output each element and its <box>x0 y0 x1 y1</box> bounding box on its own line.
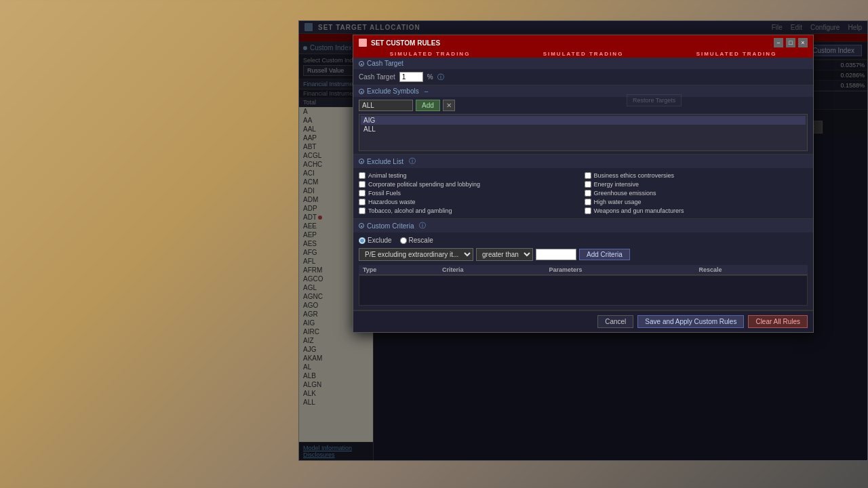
cash-percent: % <box>427 73 433 81</box>
restore-targets-button[interactable]: Restore Targets <box>627 94 682 106</box>
radio-rescale[interactable]: Rescale <box>400 237 433 244</box>
checkbox-energy-intensive[interactable]: Energy intensive <box>585 181 808 188</box>
col-parameters: Parameters <box>545 265 695 275</box>
criteria-empty-area <box>374 275 808 306</box>
exclude-list-header: Exclude List ⓘ <box>374 155 813 168</box>
criteria-value-input[interactable] <box>536 249 576 260</box>
checkbox-corporate-political[interactable]: Corporate political spending and lobbyin… <box>374 181 583 188</box>
criteria-table: Type Criteria Parameters Rescale <box>374 265 808 275</box>
exclude-list-body: Animal testing Business ethics controver… <box>374 168 813 218</box>
exclude-symbols-list: AIG ALL <box>374 114 808 151</box>
clear-all-rules-button[interactable]: Clear All Rules <box>748 315 808 328</box>
custom-rules-modal: SET CUSTOM RULES − □ × SIMULATED TRADING… <box>374 42 814 333</box>
col-type: Type <box>374 265 438 275</box>
modal-title: SET CUSTOM RULES <box>374 42 440 47</box>
checkbox-water[interactable]: High water usage <box>585 199 808 205</box>
modal-close[interactable]: × <box>798 42 808 47</box>
modal-header: SET CUSTOM RULES − □ × <box>374 42 813 50</box>
cash-target-input[interactable] <box>399 72 423 82</box>
checkbox-business-ethics[interactable]: Business ethics controversies <box>585 172 808 179</box>
right-panel: Benchmark ETF: IWD Custom Rules Invest i… <box>374 42 867 460</box>
modal-sim-2: SIMULATED TRADING <box>507 50 660 58</box>
cash-target-section: Cash Target Cash Target % ⓘ <box>374 58 813 85</box>
modal-overlay: SET CUSTOM RULES − □ × SIMULATED TRADING… <box>374 42 867 460</box>
cash-info-icon[interactable]: ⓘ <box>437 73 444 82</box>
exclude-symbols-header: Exclude Symbols – <box>374 85 813 97</box>
modal-controls: − □ × <box>774 42 808 47</box>
col-rescale: Rescale <box>694 265 808 275</box>
save-custom-rules-button[interactable]: Save and Apply Custom Rules <box>637 315 744 328</box>
checkbox-tobacco[interactable]: Tobacco, alcohol and gambling <box>374 207 583 214</box>
exclude-reset-button[interactable]: ✕ <box>443 100 455 111</box>
criteria-info-icon[interactable]: ⓘ <box>419 221 426 230</box>
list-item[interactable]: ALL <box>374 125 806 134</box>
criteria-input-row: P/E excluding extraordinary it... greate… <box>374 248 808 261</box>
radio-exclude[interactable]: Exclude <box>374 237 392 244</box>
checkbox-hazardous[interactable]: Hazardous waste <box>374 199 583 205</box>
criteria-radio-group: Exclude Rescale <box>374 237 808 244</box>
exclude-symbols-section: Exclude Symbols – Add ✕ AIG <box>374 85 813 155</box>
cash-target-header: Cash Target <box>374 58 813 69</box>
criteria-operator-select[interactable]: greater than less than equal to <box>476 248 533 261</box>
criteria-type-select[interactable]: P/E excluding extraordinary it... <box>374 248 473 261</box>
cancel-button[interactable]: Cancel <box>597 315 633 328</box>
modal-maximize[interactable]: □ <box>786 42 795 47</box>
custom-criteria-section: Custom Criteria ⓘ Exclude Rescale <box>374 219 813 310</box>
modal-sim-3: SIMULATED TRADING <box>660 50 813 58</box>
exclude-list-section: Exclude List ⓘ Animal testing Business e… <box>374 155 813 219</box>
exclude-symbols-info[interactable]: – <box>425 87 429 95</box>
col-criteria: Criteria <box>438 265 545 275</box>
exclude-symbol-input[interactable] <box>374 100 413 111</box>
modal-body: Cash Target Cash Target % ⓘ <box>374 58 813 310</box>
modal-sim-1: SIMULATED TRADING <box>374 50 507 58</box>
checkbox-fossil-fuels[interactable]: Fossil Fuels <box>374 190 583 197</box>
modal-minimize[interactable]: − <box>774 42 783 47</box>
exclude-list-info[interactable]: ⓘ <box>409 157 416 166</box>
checkbox-animal-testing[interactable]: Animal testing <box>374 172 583 179</box>
custom-criteria-header: Custom Criteria ⓘ <box>374 219 813 232</box>
checkbox-weapons[interactable]: Weapons and gun manufacturers <box>585 207 808 214</box>
exclude-input-row: Add ✕ <box>374 100 808 111</box>
cash-target-label: Cash Target <box>374 73 395 81</box>
add-criteria-button[interactable]: Add Criteria <box>579 249 630 260</box>
custom-criteria-body: Exclude Rescale P/E excluding extraordin… <box>374 232 813 310</box>
modal-footer: Cancel Save and Apply Custom Rules Clear… <box>374 310 813 332</box>
checkbox-greenhouse[interactable]: Greenhouse emissions <box>585 190 808 197</box>
exclude-add-button[interactable]: Add <box>416 100 440 111</box>
exclude-symbols-body: Add ✕ AIG ALL <box>374 97 813 154</box>
list-item[interactable]: AIG <box>374 116 806 125</box>
cash-target-row: Cash Target % ⓘ <box>374 69 813 85</box>
